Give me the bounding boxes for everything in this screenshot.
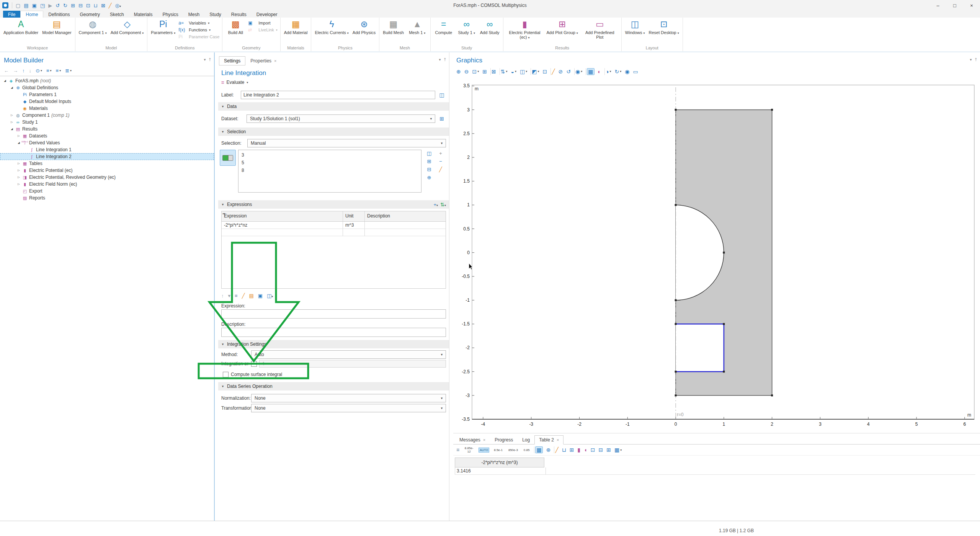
graphics-toolbar-icon[interactable]: ⊡: [542, 69, 547, 75]
table-toolbar-icon[interactable]: 8.85e-12: [463, 446, 475, 454]
integration-order-checkbox[interactable]: [251, 361, 257, 367]
qat-icon[interactable]: ⊠: [101, 3, 105, 8]
table-toolbar-icon[interactable]: ◖: [584, 447, 587, 453]
graphics-toolbar-icon[interactable]: 1 ◑ ▾: [604, 68, 611, 75]
ribbon-button[interactable]: ▦ Build Mesh: [381, 18, 405, 35]
result-table-row[interactable]: 3.1416: [455, 467, 975, 475]
table-toolbar-icon[interactable]: ⊟: [598, 447, 603, 453]
evaluate-button[interactable]: = Evaluate ▾: [221, 78, 449, 86]
graphics-toolbar-icon[interactable]: ⊕: [456, 69, 461, 75]
ribbon-tab[interactable]: Results: [226, 11, 252, 18]
ribbon-button[interactable]: a= Variables▾: [178, 20, 219, 26]
tree-item[interactable]: ▷ ▮ Electric Potential (ec): [0, 167, 214, 174]
tree-item[interactable]: ▷ ◍ Component 1 (comp 1): [0, 112, 214, 119]
qat-icon[interactable]: ▤: [24, 3, 28, 8]
ribbon-tab[interactable]: Sketch: [105, 11, 129, 18]
table-toolbar-icon[interactable]: ▮: [578, 447, 581, 453]
section-data-series-operation[interactable]: ▼ Data Series Operation: [218, 382, 449, 391]
section-expressions[interactable]: ▼ Expressions +▾ ⇅▾: [218, 200, 449, 209]
tree-item[interactable]: ▷ ∞ Study 1: [0, 119, 214, 126]
graphics-toolbar-icon[interactable]: ▭: [633, 69, 638, 75]
settings-tab[interactable]: Properties×: [245, 56, 281, 65]
table-toolbar-icon[interactable]: ⊞: [606, 447, 611, 453]
tree-item[interactable]: ◢ ⊕ Global Definitions: [0, 84, 214, 91]
dataset-select[interactable]: Study 1/Solution 1 (sol1)▼: [247, 114, 435, 123]
graphics-toolbar-icon[interactable]: ⊖: [464, 69, 469, 75]
info-tab[interactable]: Messages×: [455, 435, 490, 444]
description-input[interactable]: [221, 328, 446, 337]
tree-expander-icon[interactable]: ▷: [16, 134, 21, 137]
qat-icon[interactable]: ⊡: [86, 3, 90, 8]
table-toolbar-icon[interactable]: 1 ▦: [534, 446, 542, 453]
ribbon-button[interactable]: Pi Parameters ▾: [149, 18, 177, 36]
table-toolbar-icon[interactable]: ⊔: [562, 447, 566, 453]
expressions-toolbar-icon[interactable]: ↑: [221, 293, 224, 299]
tree-item[interactable]: Pi Parameters 1: [0, 91, 214, 98]
graphics-toolbar-icon[interactable]: ⊞: [482, 69, 487, 75]
tree-item[interactable]: ◢ ◈ ForAS.mph (root): [0, 77, 214, 84]
table-toolbar-icon[interactable]: ▦ ▾: [614, 447, 622, 453]
ribbon-tab[interactable]: Study: [204, 11, 226, 18]
column-header-description[interactable]: Description: [365, 211, 446, 221]
ribbon-tab[interactable]: Definitions: [43, 11, 75, 18]
tree-item[interactable]: ▷ ▮ Electric Field Norm (ec): [0, 181, 214, 188]
ribbon-button[interactable]: ⇄ LiveLink▾: [248, 27, 277, 33]
compute-surface-integral-checkbox[interactable]: [223, 372, 229, 377]
tree-expander-icon[interactable]: ▷: [9, 114, 15, 117]
expressions-toolbar-icon[interactable]: ╱: [242, 293, 245, 299]
ribbon-button[interactable]: A Application Builder: [2, 18, 40, 35]
tree-toolbar-icon[interactable]: →: [13, 68, 18, 74]
ribbon-button[interactable]: = Compute: [433, 18, 455, 35]
expression-input[interactable]: [221, 309, 446, 319]
qat-icon[interactable]: ╱: [109, 3, 112, 8]
ribbon-button[interactable]: ▩ Build All: [224, 18, 247, 35]
ribbon-tab[interactable]: Home: [20, 11, 43, 18]
expressions-header-icon[interactable]: ⇅▾: [440, 202, 446, 208]
tree-item[interactable]: ▨ Reports: [0, 194, 214, 201]
tree-toolbar-icon[interactable]: ≡▾: [46, 68, 52, 74]
qat-icon[interactable]: ◎▾: [115, 3, 121, 8]
tree-expander-icon[interactable]: ◢: [2, 79, 8, 82]
tree-expander-icon[interactable]: ▷: [16, 176, 21, 179]
normalization-select[interactable]: None▼: [251, 394, 446, 402]
ribbon-button[interactable]: ⊛ Add Physics: [351, 18, 377, 35]
expressions-table-row[interactable]: -2*pi*r*z*nz m^3: [222, 222, 446, 229]
tree-item[interactable]: ∫ Line Integration 1: [0, 146, 214, 153]
tree-expander-icon[interactable]: ◢: [9, 127, 15, 131]
tree-expander-icon[interactable]: ◢: [16, 141, 21, 144]
expressions-header-icon[interactable]: +▾: [433, 202, 438, 208]
table-toolbar-icon[interactable]: AUTO: [479, 448, 489, 453]
expressions-toolbar-icon[interactable]: ≡: [235, 293, 238, 299]
tree-toolbar-icon[interactable]: ≣▾: [65, 68, 72, 74]
tree-toolbar-icon[interactable]: ←: [4, 68, 9, 74]
ribbon-button[interactable]: Pi Parameter Case: [178, 34, 219, 39]
column-header-expression[interactable]: Expression: [222, 211, 343, 221]
tree-expander-icon[interactable]: ◢: [9, 86, 15, 89]
tree-toolbar-icon[interactable]: ≡▾: [56, 68, 61, 74]
table-toolbar-icon[interactable]: ⊞: [570, 447, 574, 453]
section-selection[interactable]: ▼ Selection: [218, 127, 449, 136]
table-toolbar-icon[interactable]: 8.5e-1: [493, 448, 504, 453]
tree-toolbar-icon[interactable]: ⊙▾: [36, 68, 42, 74]
selection-tool-icon[interactable]: +: [439, 150, 442, 156]
tree-item[interactable]: ∫ Line Integration 2: [0, 153, 214, 160]
graphics-toolbar-icon[interactable]: 1 ▦: [586, 68, 594, 75]
tree-item[interactable]: ◢ ▤ Results: [0, 126, 214, 132]
tree-item[interactable]: ◰ Export: [0, 188, 214, 194]
tree-item[interactable]: ▷ ◨ Electric Potential, Revolved Geometr…: [0, 174, 214, 181]
graphics-toolbar-icon[interactable]: ◐: [598, 69, 601, 75]
close-icon[interactable]: ×: [483, 438, 485, 442]
tree-item[interactable]: ◉ Materials: [0, 105, 214, 112]
tree-item[interactable]: ◢ 8.85e-12 Derived Values: [0, 139, 214, 146]
ribbon-button[interactable]: ⊞ Add Plot Group ▾: [545, 18, 580, 36]
tree-expander-icon[interactable]: ▷: [16, 162, 21, 165]
info-tab[interactable]: Progress: [490, 435, 518, 444]
graphics-toolbar-icon[interactable]: ⊘: [559, 69, 563, 75]
active-selection-toggle[interactable]: [220, 150, 236, 166]
selection-select[interactable]: Manual▼: [247, 139, 446, 147]
panel-header-icon[interactable]: †: [975, 57, 977, 62]
panel-header-icon[interactable]: ▾: [970, 57, 972, 62]
close-icon[interactable]: ×: [274, 59, 276, 63]
selection-list-item[interactable]: 5: [242, 159, 418, 167]
selection-tool-icon[interactable]: ⊕: [427, 175, 431, 180]
